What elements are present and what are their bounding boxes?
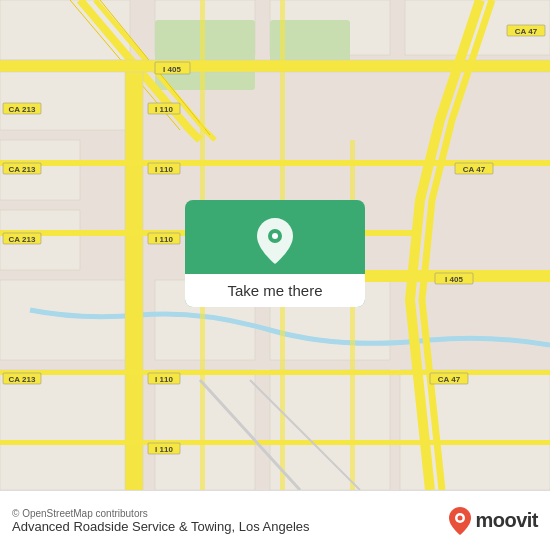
map-pin-icon (257, 218, 293, 264)
svg-rect-2 (0, 70, 130, 130)
svg-text:I 405: I 405 (445, 275, 463, 284)
svg-text:I 110: I 110 (155, 445, 173, 454)
svg-rect-5 (0, 280, 130, 360)
svg-rect-6 (0, 370, 130, 490)
moovit-pin-icon (449, 507, 471, 535)
svg-text:CA 213: CA 213 (9, 375, 36, 384)
svg-text:I 110: I 110 (155, 235, 173, 244)
business-name: Advanced Roadside Service & Towing, Los … (12, 519, 310, 534)
svg-rect-13 (270, 370, 390, 490)
svg-text:CA 213: CA 213 (9, 235, 36, 244)
map-container: I 405 CA 213 CA 213 CA 213 CA 213 I 110 … (0, 0, 550, 490)
moovit-text: moovit (475, 509, 538, 532)
svg-text:I 110: I 110 (155, 375, 173, 384)
svg-text:CA 47: CA 47 (515, 27, 538, 36)
svg-text:CA 213: CA 213 (9, 105, 36, 114)
take-me-there-label: Take me there (185, 274, 365, 307)
bottom-bar: © OpenStreetMap contributors Advanced Ro… (0, 490, 550, 550)
svg-point-64 (458, 515, 463, 520)
svg-text:I 110: I 110 (155, 105, 173, 114)
svg-text:I 405: I 405 (163, 65, 181, 74)
svg-point-62 (272, 233, 278, 239)
svg-rect-31 (350, 140, 355, 490)
svg-text:CA 47: CA 47 (438, 375, 461, 384)
attribution-text: © OpenStreetMap contributors (12, 508, 310, 519)
svg-text:CA 213: CA 213 (9, 165, 36, 174)
button-icon-area (185, 200, 365, 274)
bottom-bar-left: © OpenStreetMap contributors Advanced Ro… (12, 508, 310, 534)
take-me-there-button[interactable]: Take me there (185, 200, 365, 307)
svg-rect-18 (126, 60, 142, 490)
svg-text:I 110: I 110 (155, 165, 173, 174)
moovit-logo: moovit (449, 507, 538, 535)
svg-text:CA 47: CA 47 (463, 165, 486, 174)
svg-rect-28 (0, 440, 550, 445)
